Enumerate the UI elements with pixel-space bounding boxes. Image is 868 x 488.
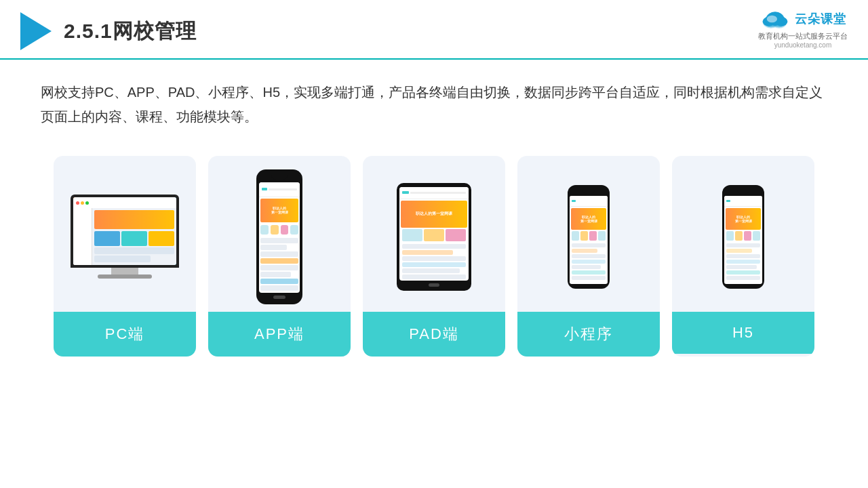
description-text: 网校支持PC、APP、PAD、小程序、H5，实现多端打通，产品各终端自由切换，数… <box>0 60 868 142</box>
card-miniapp: 职达人的第一堂网课 <box>517 156 660 357</box>
brand-logo: 云朵课堂 <box>760 8 846 30</box>
brand-url: yunduoketang.com <box>774 41 832 49</box>
pc-device-mock <box>67 195 182 279</box>
brand-tagline: 教育机构一站式服务云平台 <box>758 31 848 41</box>
card-pad-image: 职达人的第一堂网课 <box>363 156 505 312</box>
app-device-mock: 职达人的第一堂网课 <box>256 169 302 304</box>
phone-mini-notch-h5 <box>737 190 749 194</box>
page-header: 2.5.1网校管理 云朵课堂 教育机构一站式服务云平台 yunduoketang… <box>0 0 868 60</box>
card-pc-label: PC端 <box>54 312 196 357</box>
card-app-image: 职达人的第一堂网课 <box>208 156 351 312</box>
card-miniapp-label: 小程序 <box>517 312 660 357</box>
tablet-home-button <box>429 283 439 287</box>
phone-screen: 职达人的第一堂网课 <box>259 182 300 293</box>
miniapp-device-mock: 职达人的第一堂网课 <box>568 185 610 289</box>
title-text: 网校管理 <box>113 20 197 42</box>
h5-device-mock: 职达人的第一堂网课 <box>722 185 764 289</box>
phone-mini-screen: 职达人的第一堂网课 <box>570 196 608 284</box>
card-pad: 职达人的第一堂网课 <box>363 156 505 357</box>
card-h5-image: 职达人的第一堂网课 <box>672 156 814 312</box>
phone-mini-notch <box>583 190 595 194</box>
card-miniapp-image: 职达人的第一堂网课 <box>517 156 660 312</box>
brand-logo-area: 云朵课堂 教育机构一站式服务云平台 yunduoketang.com <box>758 8 848 49</box>
title-number: 2.5.1 <box>64 20 113 42</box>
pc-screen-wrapper <box>71 195 179 268</box>
card-h5-label: H5 <box>672 312 814 354</box>
phone-notch <box>271 175 288 180</box>
phone-mini-screen-h5: 职达人的第一堂网课 <box>724 196 762 284</box>
svg-point-9 <box>767 16 777 23</box>
pad-device-mock: 职达人的第一堂网课 <box>397 183 471 291</box>
logo-arrow-icon <box>20 12 52 50</box>
card-app-label: APP端 <box>208 312 351 357</box>
page-title: 2.5.1网校管理 <box>64 18 197 45</box>
phone-home-button <box>273 296 285 299</box>
card-app: 职达人的第一堂网课 <box>208 156 351 357</box>
card-pad-label: PAD端 <box>363 312 505 357</box>
tablet-screen: 职达人的第一堂网课 <box>399 187 469 281</box>
platform-cards: PC端 职达人的第一堂网课 <box>0 142 868 370</box>
pc-screen <box>73 197 176 265</box>
brand-name: 云朵课堂 <box>795 11 846 27</box>
card-pc-image <box>54 156 196 312</box>
card-pc: PC端 <box>54 156 196 357</box>
card-h5: 职达人的第一堂网课 <box>672 156 814 357</box>
cloud-icon <box>760 8 791 30</box>
